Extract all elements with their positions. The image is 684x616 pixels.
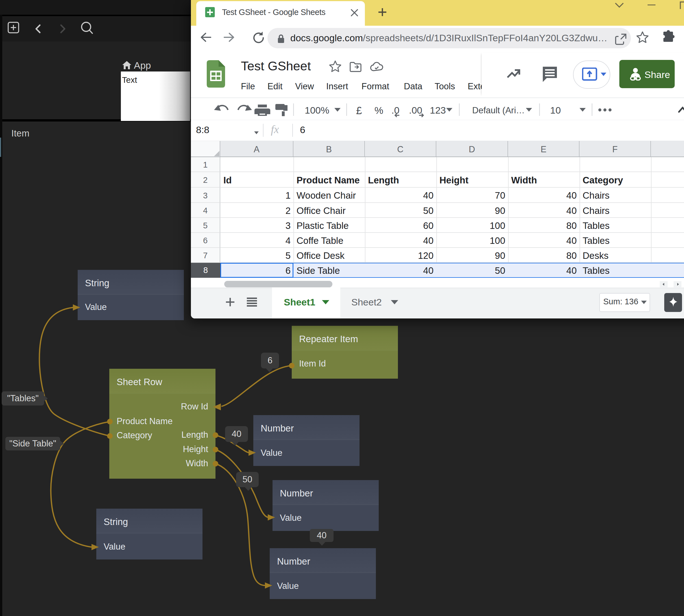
svg-text:123: 123 <box>430 105 446 115</box>
svg-text:.00: .00 <box>409 105 422 115</box>
svg-text:£: £ <box>356 105 362 116</box>
svg-text:%: % <box>374 105 383 116</box>
svg-text:Default (Ari…: Default (Ari… <box>472 105 525 115</box>
svg-text:.0: .0 <box>391 105 399 115</box>
svg-text:10: 10 <box>550 105 561 115</box>
svg-text:100%: 100% <box>305 105 329 115</box>
